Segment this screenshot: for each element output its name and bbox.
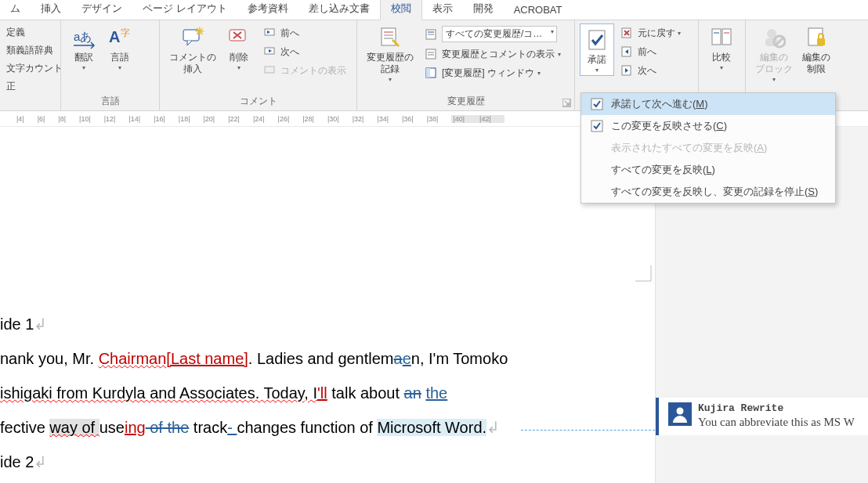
group-comments-label: コメント [160, 93, 356, 110]
accept-all-stop-tracking[interactable]: すべての変更を反映し、変更の記録を停止(S) [581, 181, 835, 203]
block-authors-button: 編集の ブロック ▾ [750, 23, 797, 83]
compare-icon [708, 23, 735, 52]
tab-design[interactable]: デザイン [71, 0, 132, 20]
tab-page-layout[interactable]: ページ レイアウト [132, 0, 237, 20]
accept-check-icon [589, 119, 605, 133]
prev-comment-button[interactable]: 前へ [260, 23, 349, 42]
display-for-review-dropdown[interactable]: すべての変更履歴/コ… ▾ [421, 23, 564, 45]
restrict-editing-icon [803, 23, 830, 52]
next-change-button[interactable]: 次へ [617, 61, 684, 80]
reviewing-pane-button[interactable]: [変更履歴] ウィンドウ ▾ [421, 63, 564, 82]
accept-dropdown-menu: 承諾して次へ進む(M) この変更を反映させる(C) 表示されたすべての変更を反映… [580, 92, 836, 204]
show-markup-icon [425, 47, 439, 61]
svg-rect-35 [817, 38, 825, 45]
translate-button[interactable]: aあ 翻訳 ▾ [66, 23, 102, 71]
chevron-down-icon: ▾ [389, 76, 392, 83]
svg-rect-26 [712, 29, 721, 45]
comment-author: Kujira Rewrite [668, 402, 862, 414]
accept-this-change[interactable]: この変更を反映させる(C) [581, 115, 835, 137]
reviewing-pane-icon [425, 66, 439, 80]
next-change-icon [620, 63, 635, 77]
svg-text:A: A [109, 28, 120, 45]
delete-comment-icon [226, 23, 252, 52]
svg-text:aあ: aあ [74, 30, 92, 43]
crop-mark-icon [635, 260, 657, 282]
tab-review[interactable]: 校閲 [380, 0, 422, 20]
tab-references[interactable]: 参考資料 [237, 0, 298, 20]
svg-rect-22 [589, 31, 605, 49]
tab-developer[interactable]: 開発 [463, 0, 504, 20]
chevron-down-icon: ▾ [237, 64, 241, 71]
show-comments-icon [263, 63, 277, 77]
chevron-down-icon: ▾ [772, 76, 776, 83]
prev-change-button[interactable]: 前へ [617, 42, 684, 61]
svg-rect-20 [426, 68, 430, 77]
comment-body: You can abbreviate this as MS W [698, 416, 862, 429]
svg-rect-16 [426, 49, 436, 59]
show-comments-button: コメントの表示 [260, 61, 349, 80]
svg-point-36 [677, 408, 684, 415]
thesaurus-button[interactable]: 類義語辞典 [3, 41, 66, 59]
comment-avatar-icon [668, 402, 692, 426]
comment-connector [521, 430, 655, 431]
new-comment-button[interactable]: ✳ コメントの 挿入 [165, 23, 221, 75]
tab-acrobat[interactable]: ACROBAT [504, 1, 573, 20]
block-authors-icon [761, 23, 787, 52]
svg-rect-8 [265, 67, 274, 73]
tab-insert[interactable]: 挿入 [31, 0, 71, 20]
tab-mailings[interactable]: 差し込み文書 [298, 0, 380, 20]
chevron-down-icon: ▾ [595, 67, 599, 74]
group-language-label: 言語 [61, 93, 159, 110]
next-comment-icon [263, 45, 277, 59]
accept-icon [584, 26, 610, 54]
svg-text:字: 字 [121, 27, 130, 38]
reject-button[interactable]: 元に戻す▾ [617, 23, 684, 42]
language-icon: A字 [107, 23, 133, 52]
prev-change-icon [620, 45, 635, 59]
delete-comment-button[interactable]: 削除 ▾ [221, 23, 257, 71]
translate-icon: aあ [71, 23, 97, 52]
display-review-icon [425, 27, 439, 41]
track-changes-button[interactable]: 変更履歴の 記録 ▾ [362, 23, 418, 83]
chevron-down-icon: ▾ [82, 64, 85, 71]
reject-icon [620, 26, 635, 40]
accept-button[interactable]: 承諾 ▾ [580, 23, 614, 76]
track-changes-icon [377, 23, 403, 52]
chevron-down-icon: ▾ [537, 70, 541, 77]
accept-and-move-next[interactable]: 承諾して次へ進む(M) [581, 93, 835, 115]
comment-balloon[interactable]: Kujira Rewrite You can abbreviate this a… [656, 398, 868, 435]
svg-rect-9 [382, 28, 396, 45]
ribbon-tabs: ム 挿入 デザイン ページ レイアウト 参考資料 差し込み文書 校閲 表示 開発… [0, 0, 868, 20]
compare-button[interactable]: 比較 ▾ [703, 23, 740, 71]
word-count-button[interactable]: 文字カウント [3, 59, 66, 77]
proofing-fragment[interactable]: 正 [3, 77, 66, 96]
accept-check-icon [589, 97, 605, 111]
next-comment-button[interactable]: 次へ [260, 42, 349, 61]
svg-rect-27 [722, 29, 731, 45]
accept-all-shown: 表示されたすべての変更を反映(A) [581, 137, 835, 159]
define-button[interactable]: 定義 [3, 23, 66, 41]
tab-view[interactable]: 表示 [422, 0, 463, 20]
show-markup-button[interactable]: 変更履歴とコメントの表示 ▾ [421, 45, 564, 63]
prev-comment-icon [263, 26, 277, 40]
new-comment-icon: ✳ [179, 23, 206, 52]
chevron-down-icon: ▾ [720, 64, 723, 71]
dialog-launcher-icon[interactable] [562, 99, 571, 107]
restrict-editing-button[interactable]: 編集の 制限 [797, 23, 835, 75]
language-button[interactable]: A字 言語 ▾ [102, 23, 138, 71]
accept-all[interactable]: すべての変更を反映(L) [581, 159, 835, 181]
group-tracking-label: 変更履歴 [357, 93, 574, 110]
tab-home-fragment[interactable]: ム [0, 0, 31, 20]
chevron-down-icon: ▾ [118, 64, 121, 71]
svg-text:✳: ✳ [195, 26, 204, 38]
chevron-down-icon: ▾ [558, 51, 561, 58]
